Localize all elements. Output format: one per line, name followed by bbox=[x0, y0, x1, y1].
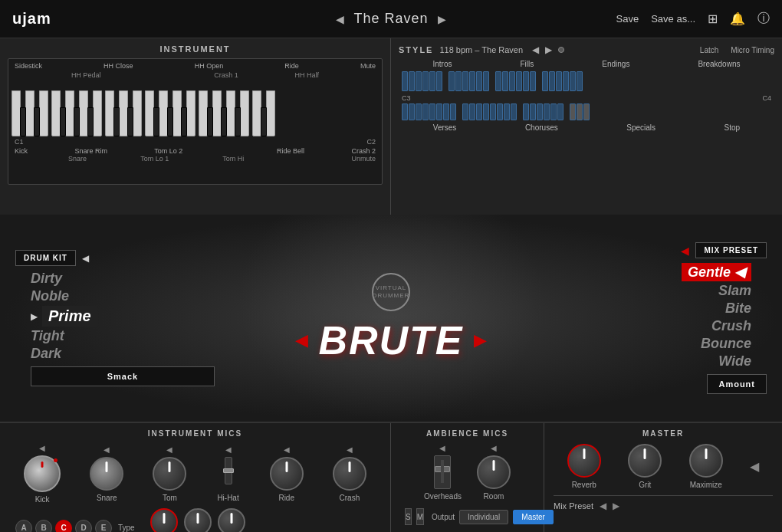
prev-arrow[interactable]: ◀ bbox=[336, 13, 344, 25]
preset-bite[interactable]: Bite bbox=[682, 300, 751, 317]
bell-icon[interactable]: 🔔 bbox=[730, 11, 745, 26]
style-pad[interactable] bbox=[450, 103, 456, 120]
master-collapse-arrow[interactable]: ◀ bbox=[750, 459, 759, 474]
style-pad[interactable] bbox=[455, 71, 462, 91]
hihat-arrow-left[interactable]: ◀ bbox=[225, 445, 232, 454]
solo-button[interactable]: S bbox=[405, 508, 412, 525]
room-knob[interactable] bbox=[477, 455, 511, 489]
preset-bounce[interactable]: Bounce bbox=[682, 336, 751, 352]
hihat-fader[interactable] bbox=[216, 457, 241, 491]
style-pad[interactable] bbox=[502, 71, 508, 91]
smack-button[interactable]: Smack bbox=[31, 366, 215, 386]
amount-button[interactable]: Amount bbox=[707, 374, 767, 394]
style-pad[interactable] bbox=[462, 71, 468, 91]
overheads-arrow-left[interactable]: ◀ bbox=[439, 444, 445, 452]
style-pad[interactable] bbox=[537, 103, 543, 120]
crash-knob[interactable] bbox=[333, 457, 366, 491]
inst-reverb-knob[interactable] bbox=[218, 508, 245, 532]
style-pad[interactable] bbox=[422, 71, 429, 91]
room-arrow-left[interactable]: ◀ bbox=[491, 444, 497, 452]
style-pad[interactable] bbox=[469, 103, 475, 120]
decay-knob[interactable] bbox=[150, 508, 178, 532]
latch-label[interactable]: Latch bbox=[700, 46, 718, 54]
style-pad[interactable] bbox=[557, 103, 564, 120]
style-pad[interactable] bbox=[570, 71, 576, 91]
individual-btn[interactable]: Individual bbox=[459, 510, 508, 524]
style-pad[interactable] bbox=[483, 103, 489, 120]
kit-dirty[interactable]: Dirty bbox=[31, 271, 215, 287]
micro-timing-label[interactable]: Micro Timing bbox=[731, 46, 774, 54]
mute-button[interactable]: M bbox=[416, 508, 424, 525]
master-reverb-knob[interactable] bbox=[567, 444, 601, 478]
mix-preset-next[interactable]: ▶ bbox=[613, 501, 619, 511]
style-pad[interactable] bbox=[530, 103, 536, 120]
ride-knob[interactable] bbox=[270, 457, 304, 491]
kit-noble[interactable]: Noble bbox=[31, 288, 215, 304]
style-pad[interactable] bbox=[550, 103, 557, 120]
style-pad[interactable] bbox=[443, 103, 449, 120]
style-pad[interactable] bbox=[462, 103, 468, 120]
style-pad[interactable] bbox=[511, 103, 517, 120]
ride-arrow-left[interactable]: ◀ bbox=[284, 445, 290, 454]
preset-crush[interactable]: Crush bbox=[682, 318, 751, 334]
next-arrow[interactable]: ▶ bbox=[438, 13, 446, 25]
snare-arrow-left[interactable]: ◀ bbox=[104, 445, 110, 454]
style-pad[interactable] bbox=[497, 103, 503, 120]
brute-prev[interactable]: ◀ bbox=[295, 330, 308, 350]
style-pad[interactable] bbox=[495, 71, 501, 91]
style-pad[interactable] bbox=[577, 71, 583, 91]
style-pad[interactable] bbox=[409, 71, 415, 91]
type-c-btn[interactable]: C bbox=[55, 520, 72, 533]
preset-gentle[interactable]: Gentle ◀ bbox=[682, 263, 751, 281]
style-pad-stop[interactable] bbox=[577, 103, 583, 120]
style-pad[interactable] bbox=[422, 103, 429, 120]
expand-icon[interactable]: ⊞ bbox=[708, 11, 718, 26]
style-pad[interactable] bbox=[490, 103, 496, 120]
snare-knob[interactable] bbox=[90, 457, 123, 491]
style-pad-stop[interactable] bbox=[570, 103, 576, 120]
style-pad[interactable] bbox=[530, 71, 536, 91]
style-pad[interactable] bbox=[402, 71, 408, 91]
mix-preset-prev[interactable]: ◀ bbox=[600, 501, 606, 511]
style-pad-stop[interactable] bbox=[583, 103, 590, 120]
style-pad[interactable] bbox=[429, 103, 435, 120]
style-pad[interactable] bbox=[509, 71, 515, 91]
style-pad[interactable] bbox=[416, 71, 422, 91]
drum-kit-prev[interactable]: ◀ bbox=[82, 253, 89, 264]
style-pad[interactable] bbox=[476, 71, 482, 91]
style-pad[interactable] bbox=[436, 103, 442, 120]
style-pad[interactable] bbox=[476, 103, 482, 120]
style-next[interactable]: ▶ bbox=[545, 44, 552, 55]
style-pad[interactable] bbox=[436, 71, 442, 91]
style-pad[interactable] bbox=[549, 71, 555, 91]
type-d-btn[interactable]: D bbox=[75, 520, 92, 533]
style-pad[interactable] bbox=[402, 103, 408, 120]
style-pad[interactable] bbox=[516, 71, 522, 91]
style-pad[interactable] bbox=[563, 71, 569, 91]
tune-knob[interactable] bbox=[184, 508, 212, 532]
preset-wide[interactable]: Wide bbox=[682, 353, 751, 369]
type-a-btn[interactable]: A bbox=[15, 520, 32, 533]
crash-arrow-left[interactable]: ◀ bbox=[347, 445, 353, 454]
save-as-button[interactable]: Save as... bbox=[651, 13, 695, 25]
kit-prime[interactable]: Prime bbox=[42, 306, 97, 327]
save-button[interactable]: Save bbox=[616, 13, 639, 25]
style-pad[interactable] bbox=[469, 71, 475, 91]
master-grit-knob[interactable] bbox=[628, 444, 662, 478]
type-e-btn[interactable]: E bbox=[95, 520, 112, 533]
mix-preset-button[interactable]: MIX PRESET bbox=[695, 242, 767, 258]
type-b-btn[interactable]: B bbox=[35, 520, 52, 533]
tom-arrow-left[interactable]: ◀ bbox=[166, 445, 172, 454]
style-pad[interactable] bbox=[544, 103, 550, 120]
drum-kit-button[interactable]: DRUM KIT bbox=[15, 250, 76, 266]
style-pad[interactable] bbox=[483, 71, 489, 91]
info-icon[interactable]: ⓘ bbox=[757, 11, 770, 27]
style-pad[interactable] bbox=[409, 103, 415, 120]
kit-tight[interactable]: Tight bbox=[31, 328, 215, 344]
style-pad[interactable] bbox=[416, 103, 422, 120]
style-pad[interactable] bbox=[523, 103, 529, 120]
preset-slam[interactable]: Slam bbox=[682, 283, 751, 299]
tom-knob[interactable] bbox=[153, 457, 186, 491]
style-prev[interactable]: ◀ bbox=[532, 44, 539, 55]
brute-next[interactable]: ▶ bbox=[474, 330, 487, 350]
